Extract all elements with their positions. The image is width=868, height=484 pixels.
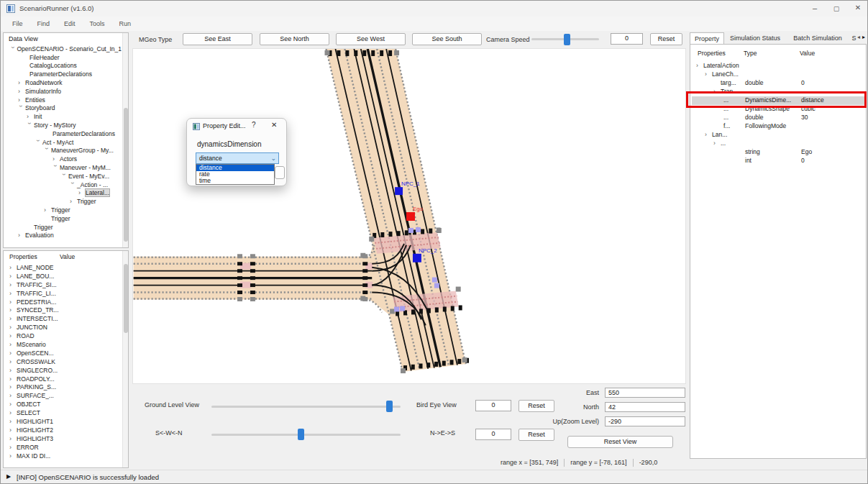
menu-find[interactable]: Find [30, 20, 58, 27]
tree-row[interactable]: ›JUNCTION [5, 323, 122, 332]
close-button[interactable]: ✕ [847, 1, 868, 17]
bird-eye-input[interactable]: 0 [475, 400, 511, 411]
property-row[interactable]: ›Tran... [692, 88, 864, 96]
ground-level-slider-handle[interactable] [386, 401, 393, 412]
dialog-close-button[interactable]: ✕ [271, 121, 277, 129]
menu-run[interactable]: Run [112, 20, 139, 27]
menu-tools[interactable]: Tools [83, 20, 112, 27]
tree-row[interactable]: ›Maneuver - MyM... [5, 163, 122, 172]
tree-row[interactable]: ›Lateral... [5, 189, 122, 198]
tab-scroll-right-icon[interactable]: ▸ [862, 34, 865, 40]
property-row[interactable]: targ...double0 [692, 79, 864, 88]
tree-row[interactable]: ›Init [5, 112, 122, 121]
tree-row[interactable]: ›LANE_NODE [5, 263, 122, 272]
tree-row[interactable]: ›Actors [5, 155, 122, 163]
tree-row[interactable]: ›HIGHLIGHT3 [5, 434, 122, 443]
tree-row[interactable]: ›HIGHLIGHT1 [5, 417, 122, 426]
maximize-button[interactable]: ▢ [826, 1, 847, 17]
minimize-button[interactable]: – [804, 1, 826, 17]
tree-row[interactable]: ›ManeuverGroup - My... [5, 147, 122, 155]
tab-batch-simulation[interactable]: Batch Simulation [786, 32, 849, 45]
tree-row[interactable]: ›LANE_BOU... [5, 272, 122, 280]
property-row[interactable]: ›... [692, 140, 864, 148]
data-view-scrollbar[interactable] [122, 33, 128, 247]
property-row[interactable]: stringEgo [692, 148, 864, 157]
dropdown-option-time[interactable]: time [196, 178, 274, 184]
tree-row[interactable]: ›ROADPOLY... [5, 375, 122, 383]
north-input[interactable]: 42 [605, 402, 685, 412]
swn-slider-track[interactable] [211, 434, 401, 436]
see-south-button[interactable]: See South [412, 33, 482, 45]
vehicle-ego[interactable] [406, 212, 415, 221]
tree-row[interactable]: ›HIGHLIGHT2 [5, 426, 122, 434]
tree-row[interactable]: ›Entities [5, 96, 122, 104]
menu-file[interactable]: File [5, 20, 30, 27]
property-row[interactable]: int0 [692, 157, 864, 165]
tree-row[interactable]: ›SimulatorInfo [5, 87, 122, 96]
tree-row[interactable]: Trigger [5, 223, 122, 232]
tree-row[interactable]: ›Event - MyEv... [5, 172, 122, 181]
tree-row[interactable]: ›ROAD [5, 332, 122, 340]
dialog-help-button[interactable]: ? [252, 121, 256, 129]
mgeo-scrollbar[interactable] [122, 251, 128, 467]
tree-row[interactable]: ›SINGLECRO... [5, 366, 122, 375]
tree-row[interactable]: ›Trigger [5, 197, 122, 206]
expand-arrow-icon[interactable]: ▶ [6, 473, 11, 480]
tree-row[interactable]: ›TRAFFIC_LI... [5, 289, 122, 298]
property-row[interactable]: ›Lan... [692, 131, 864, 140]
tree-row[interactable]: ›PARKING_S... [5, 383, 122, 391]
tree-row[interactable]: ›OpenSCENARIO - Scenario_Cut_In_1 [5, 45, 122, 53]
dynamics-dimension-combobox[interactable]: distance ⌄ [196, 152, 279, 164]
vehicle-npc_1[interactable] [395, 187, 403, 195]
see-north-button[interactable]: See North [260, 33, 329, 45]
tree-row[interactable]: ParameterDeclarations [5, 70, 122, 78]
nes-reset-button[interactable]: Reset [518, 429, 554, 441]
tree-row[interactable]: ›INTERSECTI... [5, 314, 122, 323]
tree-row[interactable]: ›Story - MyStory [5, 121, 122, 129]
see-east-button[interactable]: See East [183, 33, 252, 45]
swn-slider-handle[interactable] [298, 429, 304, 440]
property-row[interactable]: ›LaneCh... [692, 70, 864, 79]
dialog-ok-button-partial[interactable] [275, 166, 285, 179]
property-row[interactable]: ...DynamicsDime...distance [692, 96, 864, 105]
nes-input[interactable]: 0 [475, 429, 511, 440]
up-zoom-input[interactable]: -290 [605, 416, 685, 426]
property-row[interactable]: ...DynamicsShapecubic [692, 105, 864, 114]
reset-view-button[interactable]: Reset View [567, 436, 673, 448]
tree-row[interactable]: ›ERROR [5, 443, 122, 452]
tree-row[interactable]: ›SURFACE_... [5, 391, 122, 400]
menu-edit[interactable]: Edit [57, 20, 83, 27]
tree-row[interactable]: ›OBJECT [5, 400, 122, 408]
tree-row[interactable]: ›TRAFFIC_SI... [5, 280, 122, 289]
camera-speed-slider-handle[interactable] [564, 34, 570, 45]
tree-row[interactable]: ›SELECT [5, 408, 122, 417]
tree-row[interactable]: ›MAX ID DI... [5, 452, 122, 460]
property-row[interactable]: ...double30 [692, 114, 864, 122]
tree-row[interactable]: ›CROSSWALK [5, 357, 122, 366]
map-viewport[interactable]: NPC_1EgoNPC_2 [132, 48, 686, 384]
tree-row[interactable]: ›Evaluation [5, 232, 122, 240]
property-row[interactable]: ›LateralAction [692, 62, 864, 70]
tab-simulation-status[interactable]: Simulation Status [724, 32, 786, 45]
camera-speed-input[interactable]: 0 [611, 33, 643, 45]
tree-row[interactable]: FileHeader [5, 53, 122, 62]
tab-scroll-left-icon[interactable]: ◂ [857, 34, 860, 40]
tree-row[interactable]: ›RoadNetwork [5, 78, 122, 87]
east-input[interactable]: 550 [605, 388, 685, 398]
tab-property[interactable]: Property [690, 32, 724, 45]
tree-row[interactable]: ›Trigger [5, 206, 122, 214]
tree-row[interactable]: CatalogLocations [5, 62, 122, 70]
tree-row[interactable]: ›Storyboard [5, 104, 122, 113]
see-west-button[interactable]: See West [336, 33, 406, 45]
tree-row[interactable]: ›Act - MyAct [5, 138, 122, 147]
camera-speed-reset-button[interactable]: Reset [650, 33, 682, 45]
tree-row[interactable]: ›MScenario [5, 340, 122, 349]
property-row[interactable]: f...FollowingMode [692, 122, 864, 131]
tree-row[interactable]: ›OpenSCEN... [5, 349, 122, 357]
tree-row[interactable]: ›_Action - ... [5, 181, 122, 189]
tree-row[interactable]: ParameterDeclarations [5, 129, 122, 138]
tree-row[interactable]: ›SYNCED_TR... [5, 306, 122, 314]
vehicle-npc_2[interactable] [413, 254, 421, 262]
tree-row[interactable]: Trigger [5, 214, 122, 223]
ground-level-slider-track[interactable] [211, 406, 401, 408]
